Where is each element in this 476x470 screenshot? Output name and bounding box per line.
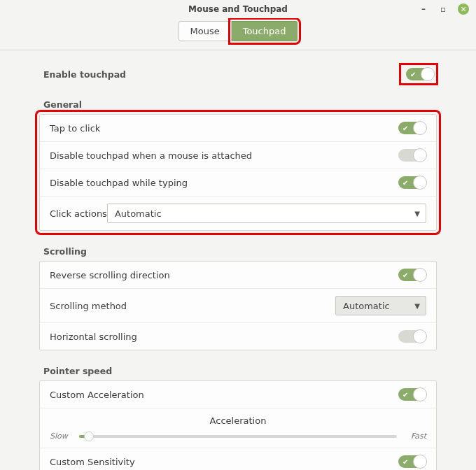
- disable-while-typing-toggle[interactable]: ✔✕: [398, 176, 426, 189]
- row-click-actions: Click actions Automatic ▼: [40, 197, 436, 230]
- row-horizontal-scrolling: Horizontal scrolling ✔✕: [40, 323, 436, 350]
- chevron-down-icon: ▼: [414, 302, 420, 310]
- acceleration-high: Fast: [404, 432, 426, 441]
- toggle-knob: [421, 67, 435, 81]
- panel-scrolling: Reverse scrolling direction ✔✕ Scrolling…: [39, 261, 437, 350]
- reverse-scrolling-toggle[interactable]: ✔✕: [398, 269, 426, 281]
- enable-touchpad-row: Enable touchpad ✔ ✕: [39, 60, 437, 97]
- reverse-scrolling-label: Reverse scrolling direction: [50, 270, 170, 280]
- scrolling-method-label: Scrolling method: [50, 301, 127, 311]
- section-title-general: General: [39, 97, 437, 114]
- horizontal-scrolling-label: Horizontal scrolling: [50, 332, 137, 342]
- row-custom-acceleration: Custom Acceleration ✔✕: [40, 381, 436, 408]
- window-controls: – ▫ ✕: [419, 0, 469, 18]
- tap-to-click-label: Tap to click: [50, 123, 100, 134]
- acceleration-low: Slow: [50, 432, 72, 441]
- acceleration-slider[interactable]: [79, 435, 397, 438]
- custom-sensitivity-toggle[interactable]: ✔✕: [398, 455, 426, 468]
- scrolling-method-value: Automatic: [343, 301, 390, 311]
- tap-to-click-toggle[interactable]: ✔✕: [398, 122, 426, 134]
- tab-mouse[interactable]: Mouse: [178, 21, 232, 41]
- enable-touchpad-toggle[interactable]: ✔ ✕: [406, 68, 434, 80]
- tab-touchpad[interactable]: Touchpad: [232, 21, 298, 41]
- minimize-icon[interactable]: –: [419, 4, 428, 14]
- close-icon[interactable]: ✕: [458, 3, 469, 15]
- horizontal-scrolling-toggle[interactable]: ✔✕: [398, 330, 426, 343]
- custom-acceleration-toggle[interactable]: ✔✕: [398, 388, 426, 401]
- titlebar: Mouse and Touchpad – ▫ ✕: [0, 0, 476, 18]
- disable-on-mouse-toggle[interactable]: ✔✕: [398, 149, 426, 162]
- maximize-icon[interactable]: ▫: [438, 4, 448, 14]
- row-tap-to-click: Tap to click ✔✕: [40, 115, 436, 142]
- scrolling-method-combo[interactable]: Automatic ▼: [335, 296, 426, 315]
- disable-on-mouse-label: Disable touchpad when a mouse is attache…: [50, 150, 252, 161]
- row-disable-while-typing: Disable touchpad while typing ✔✕: [40, 169, 436, 197]
- slider-thumb[interactable]: [84, 432, 94, 441]
- section-title-pointer: Pointer speed: [39, 363, 437, 380]
- section-title-scrolling: Scrolling: [39, 243, 437, 261]
- row-disable-on-mouse: Disable touchpad when a mouse is attache…: [40, 142, 436, 169]
- tab-group: Mouse Touchpad: [178, 21, 298, 41]
- panel-general: Tap to click ✔✕ Disable touchpad when a …: [39, 114, 437, 231]
- row-custom-sensitivity: Custom Sensitivity ✔✕: [40, 448, 436, 470]
- custom-sensitivity-label: Custom Sensitivity: [50, 457, 135, 467]
- panel-pointer: Custom Acceleration ✔✕ Acceleration Slow…: [39, 380, 437, 470]
- click-actions-value: Automatic: [115, 208, 162, 219]
- acceleration-label: Acceleration: [50, 415, 426, 432]
- row-scrolling-method: Scrolling method Automatic ▼: [40, 289, 436, 323]
- custom-acceleration-label: Custom Acceleration: [50, 390, 144, 400]
- enable-touchpad-label: Enable touchpad: [43, 69, 126, 80]
- content: Enable touchpad ✔ ✕ General Tap to click…: [0, 50, 476, 470]
- check-icon: ✔: [410, 71, 416, 78]
- window-title: Mouse and Touchpad: [188, 4, 288, 14]
- chevron-down-icon: ▼: [414, 210, 420, 218]
- row-reverse-scrolling: Reverse scrolling direction ✔✕: [40, 262, 436, 289]
- click-actions-combo[interactable]: Automatic ▼: [107, 204, 426, 223]
- disable-while-typing-label: Disable touchpad while typing: [50, 178, 188, 188]
- acceleration-slider-block: Acceleration Slow Fast: [40, 408, 436, 448]
- tabbar: Mouse Touchpad: [0, 18, 476, 50]
- click-actions-label: Click actions: [50, 208, 107, 219]
